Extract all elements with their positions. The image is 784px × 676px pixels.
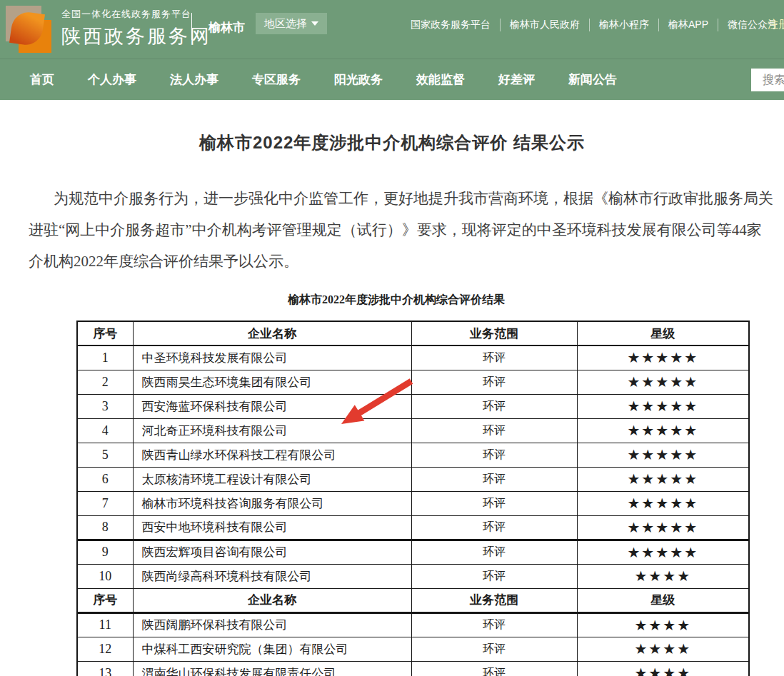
paragraph-line: 进驻“网上中介服务超市”中介机构考评管理规定（试行）》要求，现将评定的中圣环境科… xyxy=(29,214,784,246)
column-header: 星级 xyxy=(577,588,749,612)
table-row: 7榆林市环境科技咨询服务有限公司环评★★★★★ xyxy=(77,491,749,515)
site-name: 陕西政务服务网 xyxy=(61,24,211,49)
cell-scope: 环评 xyxy=(411,540,577,564)
page-title: 榆林市2022年度涉批中介机构综合评价 结果公示 xyxy=(0,131,784,154)
site-title-block: 全国一体化在线政务服务平台 陕西政务服务网 xyxy=(61,8,211,49)
link-yulin-app[interactable]: 榆林APP xyxy=(659,19,718,31)
paragraph-line: 介机构2022年度综合评价结果予以公示。 xyxy=(29,246,784,277)
column-header: 企业名称 xyxy=(133,588,411,612)
table-row: 12中煤科工西安研究院（集团）有限公司环评★★★★ xyxy=(77,637,749,661)
column-header: 企业名称 xyxy=(133,321,411,345)
cell-scope: 环评 xyxy=(411,564,577,588)
cell-scope: 环评 xyxy=(411,637,577,661)
search-box xyxy=(751,69,784,91)
cell-scope: 环评 xyxy=(411,612,577,637)
cell-name: 河北奇正环境科技有限公司 xyxy=(133,418,411,443)
nav-item-ratings[interactable]: 好差评 xyxy=(498,71,535,88)
cell-scope: 环评 xyxy=(411,491,577,515)
column-header: 序号 xyxy=(77,588,133,612)
cell-scope: 环评 xyxy=(411,370,577,394)
cell-stars: ★★★★ xyxy=(577,564,749,588)
table-header-row: 序号企业名称业务范围星级 xyxy=(77,321,749,345)
cell-name: 中圣环境科技发展有限公司 xyxy=(133,345,411,370)
site-logo[interactable] xyxy=(6,6,51,53)
cell-stars: ★★★★ xyxy=(577,661,749,676)
nav-item-transparent-gov[interactable]: 阳光政务 xyxy=(334,71,383,88)
register-link[interactable]: 注册 xyxy=(768,18,784,31)
nav-item-legal-person[interactable]: 法人办事 xyxy=(170,71,218,88)
table-header-row: 序号企业名称业务范围星级 xyxy=(77,588,749,612)
nav-item-zone-services[interactable]: 专区服务 xyxy=(252,71,301,88)
search-input[interactable] xyxy=(751,69,784,91)
cell-no: 13 xyxy=(77,661,133,676)
cell-stars: ★★★★★ xyxy=(577,540,749,564)
table-row: 8西安中地环境科技有限公司环评★★★★★ xyxy=(77,515,749,540)
table-caption: 榆林市2022年度涉批中介机构综合评价结果 xyxy=(0,293,784,308)
link-yulin-miniprogram[interactable]: 榆林小程序 xyxy=(590,19,659,31)
cell-scope: 环评 xyxy=(411,443,577,467)
header-divider xyxy=(191,13,192,40)
cell-stars: ★★★★★ xyxy=(577,443,749,467)
cell-name: 陕西雨昊生态环境集团有限公司 xyxy=(133,370,411,394)
cell-scope: 环评 xyxy=(411,418,577,443)
nav-item-home[interactable]: 首页 xyxy=(30,71,54,88)
results-table: 序号企业名称业务范围星级1中圣环境科技发展有限公司环评★★★★★2陕西雨昊生态环… xyxy=(76,321,750,676)
cell-stars: ★★★★ xyxy=(577,612,749,637)
cell-no: 3 xyxy=(77,394,133,418)
cell-name: 陕西青山绿水环保科技工程有限公司 xyxy=(133,443,411,467)
cell-name: 渭南华山环保科技发展有限责任公司 xyxy=(133,661,411,676)
cell-scope: 环评 xyxy=(411,467,577,491)
cell-stars: ★★★★★ xyxy=(577,345,749,370)
main-nav: 首页 个人办事 法人办事 专区服务 阳光政务 效能监督 好差评 新闻公告 xyxy=(0,59,784,100)
cell-scope: 环评 xyxy=(411,515,577,540)
table-row: 1中圣环境科技发展有限公司环评★★★★★ xyxy=(77,345,749,370)
cell-scope: 环评 xyxy=(411,661,577,676)
header-links: 国家政务服务平台 榆林市人民政府 榆林小程序 榆林APP 微信公众号 xyxy=(401,19,784,31)
cell-no: 8 xyxy=(77,515,133,540)
table-row: 6太原核清环境工程设计有限公司环评★★★★★ xyxy=(77,467,749,491)
cell-no: 4 xyxy=(77,418,133,443)
cell-stars: ★★★★★ xyxy=(577,467,749,491)
cell-scope: 环评 xyxy=(411,394,577,418)
site-header: 全国一体化在线政务服务平台 陕西政务服务网 榆林市 地区选择 国家政务服务平台 … xyxy=(0,0,784,59)
cell-no: 10 xyxy=(77,564,133,588)
column-header: 业务范围 xyxy=(411,321,577,345)
cell-no: 5 xyxy=(77,443,133,467)
cell-name: 榆林市环境科技咨询服务有限公司 xyxy=(133,491,411,515)
cell-name: 太原核清环境工程设计有限公司 xyxy=(133,467,411,491)
table-row: 11陕西阔鹏环保科技有限公司环评★★★★ xyxy=(77,612,749,637)
nav-item-personal[interactable]: 个人办事 xyxy=(88,71,136,88)
cell-name: 陕西尚绿高科环境科技有限公司 xyxy=(133,564,411,588)
table-row: 3西安海蓝环保科技有限公司环评★★★★★ xyxy=(77,394,749,418)
cell-name: 陕西阔鹏环保科技有限公司 xyxy=(133,612,411,637)
cell-scope: 环评 xyxy=(411,345,577,370)
table-row: 5陕西青山绿水环保科技工程有限公司环评★★★★★ xyxy=(77,443,749,467)
cell-no: 6 xyxy=(77,467,133,491)
link-yulin-government[interactable]: 榆林市人民政府 xyxy=(501,19,590,31)
paragraph-line: 为规范中介服务行为，进一步强化中介监管工作，更好地提升我市营商环境，根据《榆林市… xyxy=(29,183,784,214)
region-selector-button[interactable]: 地区选择 xyxy=(256,13,327,34)
cell-stars: ★★★★★ xyxy=(577,370,749,394)
column-header: 业务范围 xyxy=(411,588,577,612)
cell-no: 11 xyxy=(77,612,133,637)
page: { "header": { "platform_name": "全国一体化在线政… xyxy=(0,0,784,676)
cell-no: 12 xyxy=(77,637,133,661)
cell-stars: ★★★★★ xyxy=(577,515,749,540)
announcement-paragraph: 为规范中介服务行为，进一步强化中介监管工作，更好地提升我市营商环境，根据《榆林市… xyxy=(0,183,784,277)
nav-item-efficiency[interactable]: 效能监督 xyxy=(416,71,465,88)
cell-stars: ★★★★★ xyxy=(577,491,749,515)
region-selector-label: 地区选择 xyxy=(264,17,307,31)
cell-name: 中煤科工西安研究院（集团）有限公司 xyxy=(133,637,411,661)
link-national-platform[interactable]: 国家政务服务平台 xyxy=(401,19,501,31)
table-row: 10陕西尚绿高科环境科技有限公司环评★★★★ xyxy=(77,564,749,588)
cell-name: 西安中地环境科技有限公司 xyxy=(133,515,411,540)
cell-name: 陕西宏辉项目咨询有限公司 xyxy=(133,540,411,564)
table-row: 4河北奇正环境科技有限公司环评★★★★★ xyxy=(77,418,749,443)
cell-name: 西安海蓝环保科技有限公司 xyxy=(133,394,411,418)
nav-item-news[interactable]: 新闻公告 xyxy=(568,71,617,88)
column-header: 序号 xyxy=(77,321,133,345)
table-row: 9陕西宏辉项目咨询有限公司环评★★★★★ xyxy=(77,540,749,564)
cell-no: 1 xyxy=(77,345,133,370)
table-row: 2陕西雨昊生态环境集团有限公司环评★★★★★ xyxy=(77,370,749,394)
cell-stars: ★★★★ xyxy=(577,637,749,661)
